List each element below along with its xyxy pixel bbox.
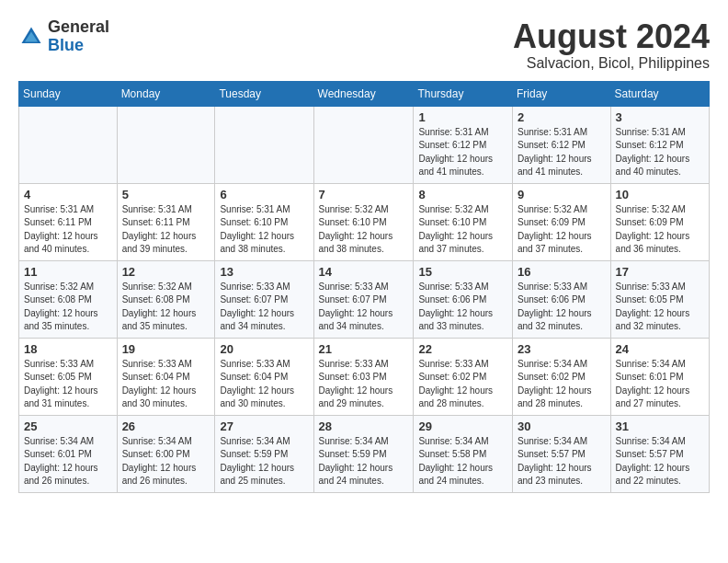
day-info: Sunrise: 5:32 AM Sunset: 6:10 PM Dayligh… bbox=[418, 203, 507, 257]
day-cell: 12Sunrise: 5:32 AM Sunset: 6:08 PM Dayli… bbox=[117, 260, 215, 338]
day-cell: 19Sunrise: 5:33 AM Sunset: 6:04 PM Dayli… bbox=[117, 338, 215, 415]
day-cell: 22Sunrise: 5:33 AM Sunset: 6:02 PM Dayli… bbox=[414, 338, 513, 415]
day-info: Sunrise: 5:34 AM Sunset: 5:59 PM Dayligh… bbox=[319, 435, 409, 488]
header-wednesday: Wednesday bbox=[313, 81, 414, 106]
day-info: Sunrise: 5:33 AM Sunset: 6:04 PM Dayligh… bbox=[220, 358, 308, 411]
day-cell: 9Sunrise: 5:32 AM Sunset: 6:09 PM Daylig… bbox=[512, 183, 610, 260]
day-info: Sunrise: 5:31 AM Sunset: 6:12 PM Dayligh… bbox=[418, 126, 507, 179]
day-number: 5 bbox=[122, 188, 210, 201]
header-sunday: Sunday bbox=[19, 81, 118, 106]
day-cell: 7Sunrise: 5:32 AM Sunset: 6:10 PM Daylig… bbox=[313, 183, 414, 260]
week-row-2: 4Sunrise: 5:31 AM Sunset: 6:11 PM Daylig… bbox=[19, 183, 710, 260]
day-cell: 26Sunrise: 5:34 AM Sunset: 6:00 PM Dayli… bbox=[117, 415, 215, 492]
day-cell: 21Sunrise: 5:33 AM Sunset: 6:03 PM Dayli… bbox=[313, 338, 414, 415]
day-cell: 3Sunrise: 5:31 AM Sunset: 6:12 PM Daylig… bbox=[610, 106, 709, 183]
day-number: 30 bbox=[518, 419, 606, 433]
day-number: 14 bbox=[319, 265, 409, 279]
day-info: Sunrise: 5:33 AM Sunset: 6:06 PM Dayligh… bbox=[418, 281, 507, 334]
day-cell bbox=[215, 106, 313, 183]
day-cell: 16Sunrise: 5:33 AM Sunset: 6:06 PM Dayli… bbox=[512, 260, 610, 338]
calendar-table: SundayMondayTuesdayWednesdayThursdayFrid… bbox=[18, 81, 710, 493]
day-cell: 17Sunrise: 5:33 AM Sunset: 6:05 PM Dayli… bbox=[610, 260, 709, 338]
day-cell bbox=[117, 106, 215, 183]
day-cell: 10Sunrise: 5:32 AM Sunset: 6:09 PM Dayli… bbox=[610, 183, 709, 260]
day-cell: 30Sunrise: 5:34 AM Sunset: 5:57 PM Dayli… bbox=[512, 415, 610, 492]
day-cell: 13Sunrise: 5:33 AM Sunset: 6:07 PM Dayli… bbox=[215, 260, 313, 338]
day-cell: 5Sunrise: 5:31 AM Sunset: 6:11 PM Daylig… bbox=[117, 183, 215, 260]
day-cell: 20Sunrise: 5:33 AM Sunset: 6:04 PM Dayli… bbox=[215, 338, 313, 415]
day-cell: 31Sunrise: 5:34 AM Sunset: 5:57 PM Dayli… bbox=[610, 415, 709, 492]
day-number: 6 bbox=[220, 188, 308, 201]
day-info: Sunrise: 5:33 AM Sunset: 6:02 PM Dayligh… bbox=[418, 358, 507, 411]
day-info: Sunrise: 5:33 AM Sunset: 6:03 PM Dayligh… bbox=[319, 358, 409, 411]
day-number: 18 bbox=[24, 342, 112, 356]
day-number: 10 bbox=[616, 188, 704, 201]
day-info: Sunrise: 5:32 AM Sunset: 6:09 PM Dayligh… bbox=[518, 203, 606, 257]
day-cell: 1Sunrise: 5:31 AM Sunset: 6:12 PM Daylig… bbox=[414, 106, 513, 183]
day-cell: 27Sunrise: 5:34 AM Sunset: 5:59 PM Dayli… bbox=[215, 415, 313, 492]
day-number: 29 bbox=[418, 419, 507, 433]
day-number: 16 bbox=[518, 265, 606, 279]
title-block: August 2024 Salvacion, Bicol, Philippine… bbox=[513, 18, 710, 72]
header-monday: Monday bbox=[117, 81, 215, 106]
day-cell bbox=[19, 106, 118, 183]
day-cell: 14Sunrise: 5:33 AM Sunset: 6:07 PM Dayli… bbox=[313, 260, 414, 338]
day-info: Sunrise: 5:31 AM Sunset: 6:10 PM Dayligh… bbox=[220, 203, 308, 257]
day-info: Sunrise: 5:33 AM Sunset: 6:04 PM Dayligh… bbox=[122, 358, 210, 411]
day-number: 19 bbox=[122, 342, 210, 356]
day-info: Sunrise: 5:32 AM Sunset: 6:08 PM Dayligh… bbox=[24, 281, 112, 334]
day-cell: 4Sunrise: 5:31 AM Sunset: 6:11 PM Daylig… bbox=[19, 183, 118, 260]
header-saturday: Saturday bbox=[610, 81, 709, 106]
day-number: 23 bbox=[518, 342, 606, 356]
day-number: 11 bbox=[24, 265, 112, 279]
header-row: SundayMondayTuesdayWednesdayThursdayFrid… bbox=[19, 81, 710, 106]
day-cell: 24Sunrise: 5:34 AM Sunset: 6:01 PM Dayli… bbox=[610, 338, 709, 415]
day-number: 22 bbox=[418, 342, 507, 356]
day-number: 21 bbox=[319, 342, 409, 356]
day-number: 26 bbox=[122, 419, 210, 433]
header-tuesday: Tuesday bbox=[215, 81, 313, 106]
day-info: Sunrise: 5:34 AM Sunset: 6:01 PM Dayligh… bbox=[616, 358, 704, 411]
day-cell: 8Sunrise: 5:32 AM Sunset: 6:10 PM Daylig… bbox=[414, 183, 513, 260]
day-number: 4 bbox=[24, 188, 112, 201]
day-cell: 23Sunrise: 5:34 AM Sunset: 6:02 PM Dayli… bbox=[512, 338, 610, 415]
day-info: Sunrise: 5:31 AM Sunset: 6:12 PM Dayligh… bbox=[616, 126, 704, 179]
week-row-3: 11Sunrise: 5:32 AM Sunset: 6:08 PM Dayli… bbox=[19, 260, 710, 338]
page-header: General Blue August 2024 Salvacion, Bico… bbox=[18, 18, 710, 72]
day-number: 20 bbox=[220, 342, 308, 356]
logo-text: General Blue bbox=[48, 18, 109, 55]
day-cell: 11Sunrise: 5:32 AM Sunset: 6:08 PM Dayli… bbox=[19, 260, 118, 338]
day-number: 2 bbox=[518, 110, 606, 124]
day-cell: 15Sunrise: 5:33 AM Sunset: 6:06 PM Dayli… bbox=[414, 260, 513, 338]
day-info: Sunrise: 5:33 AM Sunset: 6:07 PM Dayligh… bbox=[220, 281, 308, 334]
day-number: 25 bbox=[24, 419, 112, 433]
header-friday: Friday bbox=[512, 81, 610, 106]
day-info: Sunrise: 5:34 AM Sunset: 5:58 PM Dayligh… bbox=[418, 435, 507, 488]
day-number: 12 bbox=[122, 265, 210, 279]
day-info: Sunrise: 5:31 AM Sunset: 6:11 PM Dayligh… bbox=[24, 203, 112, 257]
day-info: Sunrise: 5:31 AM Sunset: 6:11 PM Dayligh… bbox=[122, 203, 210, 257]
header-thursday: Thursday bbox=[414, 81, 513, 106]
day-info: Sunrise: 5:32 AM Sunset: 6:10 PM Dayligh… bbox=[319, 203, 409, 257]
day-info: Sunrise: 5:34 AM Sunset: 5:59 PM Dayligh… bbox=[220, 435, 308, 488]
day-cell: 6Sunrise: 5:31 AM Sunset: 6:10 PM Daylig… bbox=[215, 183, 313, 260]
day-number: 7 bbox=[319, 188, 409, 201]
day-number: 15 bbox=[418, 265, 507, 279]
week-row-5: 25Sunrise: 5:34 AM Sunset: 6:01 PM Dayli… bbox=[19, 415, 710, 492]
day-info: Sunrise: 5:32 AM Sunset: 6:09 PM Dayligh… bbox=[616, 203, 704, 257]
day-info: Sunrise: 5:34 AM Sunset: 5:57 PM Dayligh… bbox=[518, 435, 606, 488]
day-info: Sunrise: 5:34 AM Sunset: 6:00 PM Dayligh… bbox=[122, 435, 210, 488]
day-info: Sunrise: 5:32 AM Sunset: 6:08 PM Dayligh… bbox=[122, 281, 210, 334]
day-cell: 18Sunrise: 5:33 AM Sunset: 6:05 PM Dayli… bbox=[19, 338, 118, 415]
calendar-subtitle: Salvacion, Bicol, Philippines bbox=[513, 55, 710, 72]
day-cell: 28Sunrise: 5:34 AM Sunset: 5:59 PM Dayli… bbox=[313, 415, 414, 492]
logo-icon bbox=[18, 24, 44, 50]
day-cell: 29Sunrise: 5:34 AM Sunset: 5:58 PM Dayli… bbox=[414, 415, 513, 492]
day-info: Sunrise: 5:34 AM Sunset: 6:02 PM Dayligh… bbox=[518, 358, 606, 411]
day-info: Sunrise: 5:34 AM Sunset: 5:57 PM Dayligh… bbox=[616, 435, 704, 488]
day-cell: 2Sunrise: 5:31 AM Sunset: 6:12 PM Daylig… bbox=[512, 106, 610, 183]
week-row-4: 18Sunrise: 5:33 AM Sunset: 6:05 PM Dayli… bbox=[19, 338, 710, 415]
day-number: 13 bbox=[220, 265, 308, 279]
week-row-1: 1Sunrise: 5:31 AM Sunset: 6:12 PM Daylig… bbox=[19, 106, 710, 183]
day-info: Sunrise: 5:33 AM Sunset: 6:05 PM Dayligh… bbox=[24, 358, 112, 411]
